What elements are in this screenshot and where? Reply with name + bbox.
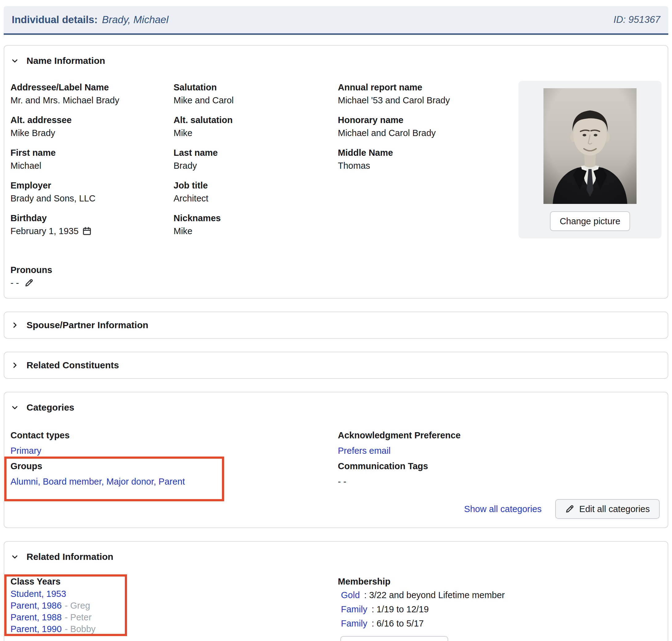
- field-value: Mike and Carol: [173, 94, 338, 107]
- field-label: Pronouns: [11, 263, 661, 276]
- section-title-spouse-partner: Spouse/Partner Information: [27, 320, 148, 330]
- name-fields-column-3: Annual report name Michael '53 and Carol…: [338, 81, 512, 179]
- class-year-suffix: - Peter: [65, 612, 92, 622]
- communication-tags-value: - -: [338, 475, 661, 488]
- field-value: Michael and Carol Brady: [338, 126, 512, 139]
- field-label: Nicknames: [173, 212, 338, 224]
- class-years-label: Class Years: [11, 575, 338, 588]
- chevron-right-icon: [11, 362, 18, 369]
- groups-link[interactable]: Alumni, Board member, Major donor, Paren…: [11, 477, 185, 487]
- field-label: Employer: [11, 179, 173, 192]
- profile-photo: [544, 88, 636, 204]
- class-year-row: Student, 1953: [11, 588, 338, 600]
- section-title-related-constituents: Related Constituents: [27, 360, 119, 370]
- field-label: Middle Name: [338, 146, 512, 159]
- name-information-section-header[interactable]: Name Information: [11, 53, 661, 68]
- field-value: Michael '53 and Carol Brady: [338, 94, 512, 107]
- field-value: Michael: [11, 159, 173, 172]
- membership-link[interactable]: Gold: [341, 590, 360, 600]
- field-first-name: First name Michael: [11, 146, 173, 172]
- membership-column: Membership Gold: 3/22 and beyond Lifetim…: [338, 575, 661, 630]
- edit-all-categories-button[interactable]: Edit all categories: [555, 499, 660, 519]
- class-year-suffix: - Greg: [65, 601, 90, 611]
- partial-button[interactable]: [340, 636, 448, 641]
- field-middle-name: Middle Name Thomas: [338, 146, 512, 172]
- categories-left-column: Contact types Primary Groups Alumni, Boa…: [11, 429, 338, 490]
- categories-grid: Contact types Primary Groups Alumni, Boa…: [11, 429, 661, 490]
- membership-row: Gold: 3/22 and beyond Lifetime member: [338, 588, 661, 602]
- class-year-link[interactable]: Parent, 1986: [11, 601, 62, 611]
- pencil-icon: [565, 504, 574, 514]
- edit-pronouns-icon[interactable]: [24, 278, 33, 287]
- individual-name: Brady, Michael: [102, 14, 169, 26]
- name-information-card: Name Information Addressee/Label Name Mr…: [4, 45, 668, 299]
- field-label: Job title: [173, 179, 338, 192]
- name-fields-grid: Addressee/Label Name Mr. and Mrs. Michae…: [11, 81, 661, 244]
- field-alt-addressee: Alt. addressee Mike Brady: [11, 113, 173, 139]
- acknowledgment-preference-link[interactable]: Prefers email: [338, 446, 391, 455]
- field-birthday: Birthday February 1, 1935: [11, 212, 173, 237]
- chevron-down-icon: [11, 57, 18, 65]
- field-label: Alt. addressee: [11, 113, 173, 126]
- field-value: Thomas: [338, 159, 512, 172]
- chevron-right-icon: [11, 322, 18, 329]
- field-value: Mike: [173, 224, 338, 237]
- change-picture-button[interactable]: Change picture: [550, 211, 630, 231]
- class-year-link[interactable]: Parent, 1990: [11, 624, 62, 634]
- show-all-categories-link[interactable]: Show all categories: [464, 504, 542, 514]
- related-information-section-header[interactable]: Related Information: [11, 549, 661, 564]
- categories-right-column: Acknowledgment Preference Prefers email …: [338, 429, 661, 490]
- name-fields-column-2: Salutation Mike and Carol Alt. salutatio…: [173, 81, 338, 244]
- field-addressee-label-name: Addressee/Label Name Mr. and Mrs. Michae…: [11, 81, 173, 107]
- field-label: First name: [11, 146, 173, 159]
- section-title-categories: Categories: [27, 402, 74, 413]
- field-honorary-name: Honorary name Michael and Carol Brady: [338, 113, 512, 139]
- acknowledgment-preference-label: Acknowledgment Preference: [338, 429, 661, 442]
- profile-photo-box: Change picture: [518, 81, 661, 238]
- contact-types-link[interactable]: Primary: [11, 446, 41, 455]
- field-salutation: Salutation Mike and Carol: [173, 81, 338, 107]
- field-label: Honorary name: [338, 113, 512, 126]
- membership-text: : 1/19 to 12/19: [372, 604, 429, 614]
- related-constituents-section-header[interactable]: Related Constituents: [11, 357, 661, 373]
- section-title-name-information: Name Information: [27, 56, 105, 66]
- spouse-partner-card: Spouse/Partner Information: [4, 312, 668, 339]
- class-year-link[interactable]: Parent, 1988: [11, 612, 62, 622]
- class-year-link[interactable]: Student, 1953: [11, 589, 66, 599]
- field-value: Mike: [173, 126, 338, 139]
- contact-types-label: Contact types: [11, 429, 338, 442]
- field-value: Mike Brady: [11, 126, 173, 139]
- communication-tags-label: Communication Tags: [338, 460, 661, 473]
- calendar-icon[interactable]: [82, 227, 92, 236]
- field-label: Alt. salutation: [173, 113, 338, 126]
- field-label: Last name: [173, 146, 338, 159]
- groups-label: Groups: [11, 460, 338, 473]
- name-fields-column-1: Addressee/Label Name Mr. and Mrs. Michae…: [11, 81, 173, 244]
- membership-link[interactable]: Family: [341, 618, 367, 628]
- field-label: Birthday: [11, 212, 173, 224]
- class-year-row: Parent, 1988- Peter: [11, 611, 338, 623]
- related-constituents-card: Related Constituents: [4, 352, 668, 379]
- field-value: Architect: [173, 192, 338, 205]
- field-value: Mr. and Mrs. Michael Brady: [11, 94, 173, 107]
- membership-text: : 6/16 to 5/17: [372, 618, 423, 628]
- field-annual-report-name: Annual report name Michael '53 and Carol…: [338, 81, 512, 107]
- field-last-name: Last name Brady: [173, 146, 338, 172]
- field-value: - -: [11, 276, 661, 289]
- membership-label: Membership: [338, 575, 661, 588]
- edit-all-categories-label: Edit all categories: [579, 503, 650, 515]
- spouse-partner-section-header[interactable]: Spouse/Partner Information: [11, 317, 661, 333]
- related-information-grid: Class Years Student, 1953 Parent, 1986- …: [11, 575, 661, 635]
- field-value: February 1, 1935: [11, 224, 173, 237]
- membership-link[interactable]: Family: [341, 604, 367, 614]
- field-alt-salutation: Alt. salutation Mike: [173, 113, 338, 139]
- field-label: Salutation: [173, 81, 338, 94]
- membership-text: : 3/22 and beyond Lifetime member: [364, 590, 505, 600]
- page-header: Individual details: Brady, Michael ID: 9…: [4, 6, 668, 35]
- membership-row: Family: 1/19 to 12/19: [338, 602, 661, 616]
- categories-section-header[interactable]: Categories: [11, 400, 661, 415]
- field-employer: Employer Brady and Sons, LLC: [11, 179, 173, 205]
- field-label: Annual report name: [338, 81, 512, 94]
- membership-row: Family: 6/16 to 5/17: [338, 616, 661, 630]
- categories-actions: Show all categories Edit all categories: [11, 499, 661, 519]
